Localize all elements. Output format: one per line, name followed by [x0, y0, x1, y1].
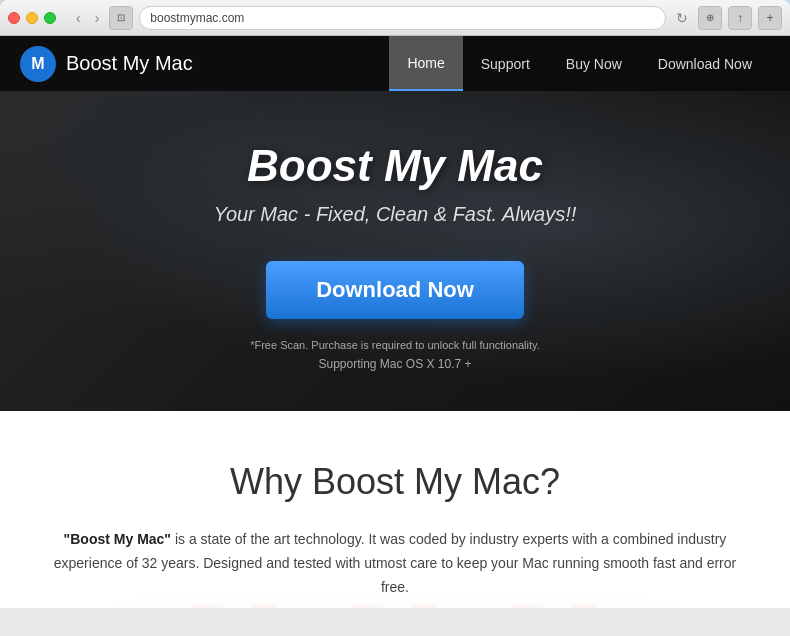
hero-support-text: Supporting Mac OS X 10.7 + — [20, 357, 770, 371]
maximize-button[interactable] — [44, 12, 56, 24]
nav-logo: M Boost My Mac — [20, 46, 193, 82]
hero-fine-print: *Free Scan. Purchase is required to unlo… — [20, 339, 770, 351]
close-button[interactable] — [8, 12, 20, 24]
why-title: Why Boost My Mac? — [40, 461, 750, 503]
why-section: MMM Why Boost My Mac? "Boost My Mac" is … — [0, 411, 790, 608]
logo-icon: M — [20, 46, 56, 82]
browser-window: ‹ › ⊡ boostmymac.com ↻ ⊕ ↑ + M Boost My … — [0, 0, 790, 636]
browser-toolbar: ‹ › ⊡ boostmymac.com ↻ ⊕ ↑ + — [0, 0, 790, 36]
url-text: boostmymac.com — [150, 11, 244, 25]
page-content: M Boost My Mac Home Support Buy Now — [0, 36, 790, 608]
refresh-button[interactable]: ↻ — [672, 8, 692, 28]
why-brand-emphasis: "Boost My Mac" — [64, 531, 171, 547]
why-description: "Boost My Mac" is a state of the art tec… — [45, 528, 745, 599]
navbar: M Boost My Mac Home Support Buy Now — [0, 36, 790, 91]
share-button[interactable]: ↑ — [728, 6, 752, 30]
logo-letter: M — [31, 55, 44, 73]
nav-link-download[interactable]: Download Now — [640, 36, 770, 91]
minimize-button[interactable] — [26, 12, 38, 24]
traffic-lights — [8, 12, 56, 24]
hero-download-button[interactable]: Download Now — [266, 261, 524, 319]
hero-content: Boost My Mac Your Mac - Fixed, Clean & F… — [0, 91, 790, 411]
forward-button[interactable]: › — [91, 8, 104, 28]
hero-section: M Boost My Mac Home Support Buy Now — [0, 36, 790, 411]
hero-title: Boost My Mac — [20, 141, 770, 191]
hero-subtitle: Your Mac - Fixed, Clean & Fast. Always!! — [20, 203, 770, 226]
download-indicator[interactable]: ⊕ — [698, 6, 722, 30]
new-tab-button[interactable]: + — [758, 6, 782, 30]
nav-brand: Boost My Mac — [66, 52, 193, 75]
nav-link-buy[interactable]: Buy Now — [548, 36, 640, 91]
back-button[interactable]: ‹ — [72, 8, 85, 28]
tab-icon[interactable]: ⊡ — [109, 6, 133, 30]
nav-link-home[interactable]: Home — [389, 36, 462, 91]
nav-links: Home Support Buy Now Download Now — [389, 36, 770, 91]
nav-link-support[interactable]: Support — [463, 36, 548, 91]
address-bar[interactable]: boostmymac.com — [139, 6, 666, 30]
